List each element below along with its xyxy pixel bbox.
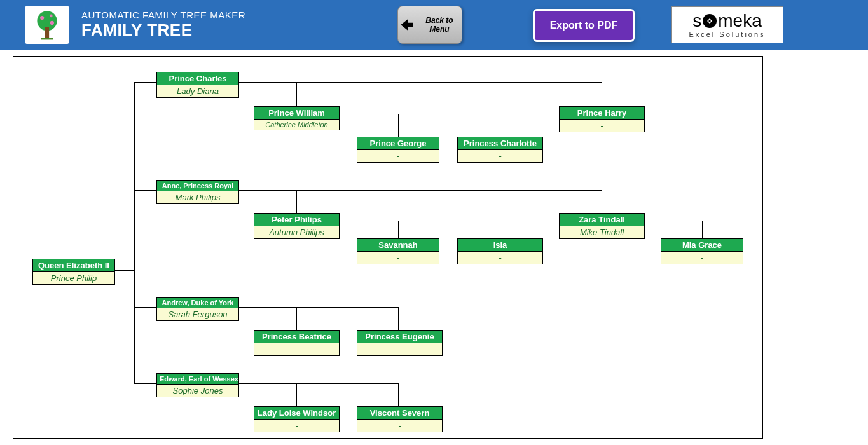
node-spouse: Lady Diana [157,85,238,97]
connector [134,383,156,384]
node-mia[interactable]: Mia Grace - [661,238,743,264]
brand-subtitle: Excel Solutions [689,31,765,38]
node-name: Peter Philips [254,214,339,226]
node-name: Princess Eugenie [357,331,442,343]
node-anne[interactable]: Anne, Princess Royal Mark Philips [156,180,239,204]
connector [239,190,602,191]
node-name: Zara Tindall [560,214,644,226]
node-spouse: Mark Philips [157,191,238,203]
node-spouse: - [254,343,339,355]
tree-icon [31,9,63,41]
connector [398,114,399,138]
back-to-menu-button[interactable]: Back to Menu [397,6,462,44]
node-edward[interactable]: Edward, Earl of Wessex Sophie Jones [156,373,239,397]
connector [602,82,602,107]
connector [134,190,156,191]
node-eugenie[interactable]: Princess Eugenie - [357,330,443,356]
export-pdf-button[interactable]: Export to PDF [533,9,635,42]
svg-point-3 [50,21,54,25]
node-name: Prince Charles [157,72,238,85]
export-button-label: Export to PDF [550,20,618,31]
connector [702,221,703,240]
node-spouse: Catherine Middleton [254,120,339,130]
connector [296,82,297,107]
node-zara[interactable]: Zara Tindall Mike Tindall [559,213,645,239]
app-title: FAMILY TREE [81,20,245,40]
node-andrew[interactable]: Andrew, Duke of York Sarah Ferguson [156,297,239,321]
connector [398,221,399,240]
node-name: Princess Charlotte [458,137,542,150]
node-william[interactable]: Prince William Catherine Middleton [254,106,340,130]
svg-rect-4 [45,27,49,38]
canvas-wrapper: Queen Elizabeth II Prince Philip Prince … [0,50,868,445]
connector [500,221,500,240]
node-name: Lady Loise Windsor [254,407,339,420]
node-george[interactable]: Prince George - [357,137,439,163]
connector [602,190,602,214]
connector [398,307,399,331]
node-name: Andrew, Duke of York [157,298,238,308]
node-charles[interactable]: Prince Charles Lady Diana [156,72,239,98]
connector [134,82,156,83]
back-button-label: Back to Menu [417,16,462,34]
connector [134,82,135,383]
node-spouse: - [458,252,542,264]
node-name: Queen Elizabeth II [33,259,114,272]
connector [239,383,398,384]
family-tree-canvas: Queen Elizabeth II Prince Philip Prince … [13,56,763,439]
node-loise[interactable]: Lady Loise Windsor - [254,406,340,432]
app-header: AUTOMATIC FAMILY TREE MAKER FAMILY TREE … [0,0,868,50]
node-name: Anne, Princess Royal [157,181,238,191]
connector [500,114,500,138]
connector [134,307,156,308]
node-name: Isla [458,239,542,252]
node-name: Edward, Earl of Wessex [157,374,238,385]
back-arrow-icon [398,17,415,33]
node-spouse: Autumn Philips [254,226,339,238]
node-spouse: - [661,252,743,264]
connector [296,190,297,214]
node-spouse: Mike Tindall [560,226,644,238]
connector [645,221,702,221]
node-spouse: - [357,150,439,162]
connector [340,114,530,114]
node-spouse: Sarah Ferguson [157,308,238,320]
node-spouse: Prince Philip [33,272,114,284]
node-name: Prince Harry [560,107,644,120]
connector [296,383,297,407]
node-harry[interactable]: Prince Harry - [559,106,645,132]
node-severn[interactable]: Viscont Severn - [357,406,443,432]
svg-point-2 [50,15,53,18]
node-beatrice[interactable]: Princess Beatrice - [254,330,340,356]
connector [340,221,530,221]
node-savannah[interactable]: Savannah - [357,238,439,264]
brand-logo: s meka Excel Solutions [671,6,783,43]
node-name: Prince George [357,137,439,150]
node-name: Prince William [254,107,339,120]
node-spouse: - [254,420,339,432]
node-name: Viscont Severn [357,407,442,420]
connector [296,307,297,331]
brand-dot-icon [703,14,717,28]
node-name: Mia Grace [661,239,743,252]
node-spouse: - [357,343,442,355]
connector [398,383,399,407]
node-spouse: - [357,252,439,264]
svg-point-1 [40,16,44,20]
node-spouse: Sophie Jones [157,385,238,397]
node-name: Savannah [357,239,439,252]
connector [239,307,398,308]
connector [115,270,134,271]
node-spouse: - [458,150,542,162]
app-subtitle: AUTOMATIC FAMILY TREE MAKER [81,10,245,20]
node-peter[interactable]: Peter Philips Autumn Philips [254,213,340,239]
header-titles: AUTOMATIC FAMILY TREE MAKER FAMILY TREE [81,10,245,40]
tree-logo [25,6,69,44]
node-root[interactable]: Queen Elizabeth II Prince Philip [32,259,115,285]
node-name: Princess Beatrice [254,331,339,343]
node-spouse: - [357,420,442,432]
node-charlotte[interactable]: Princess Charlotte - [457,137,543,163]
node-spouse: - [560,120,644,132]
node-isla[interactable]: Isla - [457,238,543,264]
connector [239,82,602,83]
